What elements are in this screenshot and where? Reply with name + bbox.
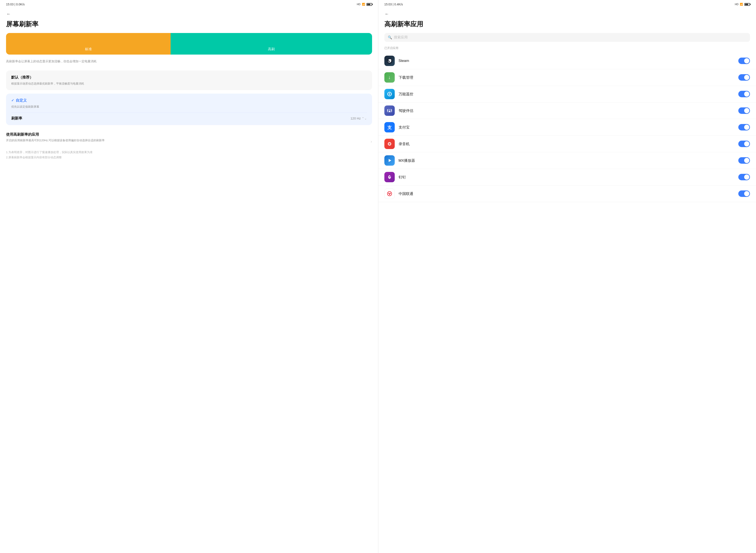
signal-icon-right: HD	[735, 3, 739, 6]
toggle-dingtalk[interactable]	[738, 174, 750, 180]
app-icon-download: ↓	[384, 72, 395, 83]
svg-line-23	[389, 193, 389, 194]
signal-icon: HD	[357, 3, 360, 6]
app-name-dingtalk: 钉钉	[399, 175, 739, 180]
svg-point-1	[390, 59, 391, 60]
app-name-steam: Steam	[399, 59, 739, 63]
toggle-recorder[interactable]	[738, 141, 750, 147]
checkmark-icon: ✓	[11, 98, 14, 102]
page-title-right: 高刷新率应用	[378, 18, 756, 33]
svg-point-6	[388, 94, 388, 94]
rate-chart: 标准 高刷	[6, 33, 372, 55]
search-placeholder: 搜索应用	[394, 35, 408, 40]
search-bar[interactable]: 🔍 搜索应用	[384, 33, 750, 42]
svg-point-4	[389, 92, 390, 93]
toggle-drive[interactable]	[738, 107, 750, 114]
use-high-section: 使用高刷新率的应用 开启的应用刷新率最高可到120Hz,可以根据设备使用偏好自动…	[0, 127, 378, 145]
toggle-steam[interactable]	[738, 58, 750, 64]
app-item-remote: 万能遥控	[378, 86, 756, 102]
chart-high: 高刷	[171, 33, 372, 55]
app-icon-unicom	[384, 188, 395, 199]
refresh-rate-value[interactable]: 120 Hz ⌃⌄	[351, 116, 367, 120]
toggle-mx[interactable]	[738, 157, 750, 164]
download-icon-symbol: ↓	[388, 75, 391, 80]
back-button-left[interactable]: ←	[0, 8, 378, 18]
svg-point-18	[387, 191, 392, 196]
chevron-right-icon: ›	[371, 139, 372, 145]
wifi-icon-right: 📶	[740, 3, 743, 6]
refresh-rate-label: 刷新率	[11, 116, 22, 121]
status-time-right: 15:03 | 0.4K/s	[384, 3, 403, 6]
option-default[interactable]: 默认（推荐） 根据显示场景动态选择最优刷新率，平衡流畅度与电量消耗	[6, 71, 372, 90]
app-name-alipay: 支付宝	[399, 125, 739, 130]
app-name-drive: 驾驶伴侣	[399, 108, 739, 113]
app-item-recorder: 录音机	[378, 136, 756, 152]
option-default-desc: 根据显示场景动态选择最优刷新率，平衡流畅度与电量消耗	[11, 82, 367, 86]
app-icon-alipay: 支	[384, 122, 395, 133]
svg-point-10	[390, 111, 391, 112]
option-custom-title: ✓ 自定义	[11, 98, 367, 103]
app-item-unicom: 中国联通	[378, 185, 756, 202]
app-name-unicom: 中国联通	[399, 191, 739, 196]
svg-point-7	[391, 94, 391, 94]
back-arrow-icon: ←	[6, 11, 11, 16]
svg-text:支: 支	[387, 125, 392, 130]
app-item-steam: Steam	[378, 53, 756, 69]
use-high-title: 使用高刷新率的应用	[6, 132, 372, 137]
app-icon-dingtalk	[384, 172, 395, 182]
option-default-title: 默认（推荐）	[11, 75, 367, 80]
svg-point-9	[388, 111, 389, 112]
app-item-drive: 驾驶伴侣	[378, 102, 756, 119]
app-name-mx: MX播放器	[399, 158, 739, 163]
footnote-1: 1.为表明差异，对图示进行了慢速播放处理，实际以真实使用效果为准	[6, 150, 372, 155]
svg-marker-17	[389, 159, 391, 162]
app-name-recorder: 录音机	[399, 142, 739, 146]
wifi-icon: 📶	[362, 3, 365, 6]
svg-point-3	[389, 93, 390, 95]
status-icons-left: HD 📶	[357, 3, 372, 6]
section-label: 已开启应用	[378, 45, 756, 53]
footnote-2: 2.屏幕刷新率会根据显示内容有部分动态调整	[6, 155, 372, 160]
svg-point-16	[389, 144, 390, 144]
toggle-unicom[interactable]	[738, 190, 750, 197]
app-item-alipay: 支 支付宝	[378, 119, 756, 136]
app-item-download: ↓ 下载管理	[378, 69, 756, 86]
back-arrow-icon-right: ←	[384, 11, 389, 16]
status-time-left: 15:03 | 0.0K/s	[6, 3, 24, 6]
search-icon: 🔍	[388, 35, 392, 40]
refresh-rate-row: 刷新率 120 Hz ⌃⌄	[11, 112, 367, 121]
status-icons-right: HD 📶	[735, 3, 750, 6]
left-screen: 15:03 | 0.0K/s HD 📶 ← 屏幕刷新率 标准 高刷 高刷新率会让…	[0, 0, 378, 553]
app-icon-steam	[384, 56, 395, 66]
app-icon-drive	[384, 105, 395, 116]
app-icon-recorder	[384, 139, 395, 149]
use-high-desc[interactable]: 开启的应用刷新率最高可到120Hz,可以根据设备使用偏好自动选择合适的刷新率 ›	[6, 138, 372, 145]
rate-description: 高刷新率会让屏幕上的动态显示更加流畅，但也会增加一定电量消耗	[0, 59, 378, 69]
app-name-remote: 万能遥控	[399, 92, 739, 97]
app-icon-mx	[384, 155, 395, 166]
page-title-left: 屏幕刷新率	[0, 18, 378, 33]
status-bar-right: 15:03 | 0.4K/s HD 📶	[378, 0, 756, 8]
app-list: Steam ↓ 下载管理 万能遥控	[378, 53, 756, 553]
chart-standard: 标准	[6, 33, 171, 55]
app-item-dingtalk: 钉钉	[378, 169, 756, 185]
footnotes: 1.为表明差异，对图示进行了慢速播放处理，实际以真实使用效果为准 2.屏幕刷新率…	[0, 145, 378, 165]
option-custom-desc: 优先以设定值刷新屏幕	[11, 104, 367, 109]
app-icon-remote	[384, 89, 395, 99]
toggle-alipay[interactable]	[738, 124, 750, 131]
svg-point-5	[389, 95, 390, 96]
battery-icon-right	[744, 3, 750, 6]
right-screen: 15:03 | 0.4K/s HD 📶 ← 高刷新率应用 🔍 搜索应用 已开启应…	[378, 0, 756, 553]
option-custom[interactable]: ✓ 自定义 优先以设定值刷新屏幕 刷新率 120 Hz ⌃⌄	[6, 94, 372, 125]
chevron-updown-icon: ⌃⌄	[362, 117, 367, 120]
status-bar-left: 15:03 | 0.0K/s HD 📶	[0, 0, 378, 8]
toggle-remote[interactable]	[738, 91, 750, 97]
battery-icon	[367, 3, 372, 6]
back-button-right[interactable]: ←	[378, 8, 756, 18]
app-item-mx: MX播放器	[378, 152, 756, 169]
app-name-download: 下载管理	[399, 75, 739, 80]
toggle-download[interactable]	[738, 74, 750, 81]
svg-line-24	[389, 193, 390, 194]
